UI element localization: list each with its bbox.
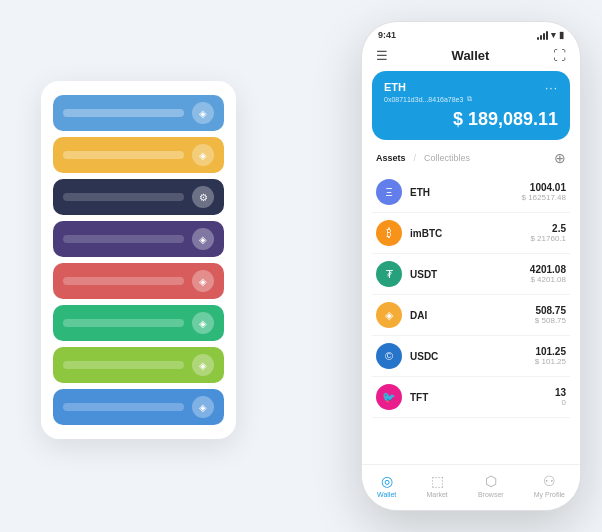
eth-card-address: 0x08711d3d...8416a78e3 ⧉ (384, 95, 558, 103)
status-bar: 9:41 ▾ ▮ (362, 22, 580, 44)
signal-icon (537, 30, 548, 40)
stack-card-icon-1: ◈ (192, 144, 214, 166)
asset-name-tft: TFT (410, 392, 555, 403)
asset-amount-usd: $ 162517.48 (522, 193, 567, 202)
asset-item-usdc[interactable]: © USDC 101.25 $ 101.25 (372, 336, 570, 377)
browser-nav-label: Browser (478, 491, 504, 498)
scene: ◈ ◈ ⚙ ◈ ◈ ◈ ◈ ◈ 9:41 (21, 21, 581, 511)
phone-header: ☰ Wallet ⛶ (362, 44, 580, 71)
status-time: 9:41 (378, 30, 396, 40)
browser-nav-icon: ⬡ (485, 473, 497, 489)
stack-card-4[interactable]: ◈ (53, 263, 224, 299)
nav-market[interactable]: ⬚ Market (426, 473, 447, 498)
stack-card-3[interactable]: ◈ (53, 221, 224, 257)
stack-card-0[interactable]: ◈ (53, 95, 224, 131)
wifi-icon: ▾ (551, 30, 556, 40)
asset-amounts-imbtc: 2.5 $ 21760.1 (530, 223, 566, 243)
assets-header: Assets / Collectibles ⊕ (362, 148, 580, 172)
asset-amount-usd: $ 101.25 (535, 357, 566, 366)
stack-card-5[interactable]: ◈ (53, 305, 224, 341)
phone-mockup: 9:41 ▾ ▮ ☰ Wallet ⛶ ··· ETH 0x08711d3d..… (361, 21, 581, 511)
asset-item-dai[interactable]: ◈ DAI 508.75 $ 508.75 (372, 295, 570, 336)
tab-collectibles[interactable]: Collectibles (424, 153, 470, 163)
page-title: Wallet (452, 48, 490, 63)
eth-card-menu[interactable]: ··· (545, 81, 558, 95)
asset-amount-main: 101.25 (535, 346, 566, 357)
stack-card-icon-0: ◈ (192, 102, 214, 124)
asset-icon-tft: 🐦 (376, 384, 402, 410)
asset-icon-usdt: ₮ (376, 261, 402, 287)
asset-amount-usd: 0 (555, 398, 566, 407)
menu-icon[interactable]: ☰ (376, 48, 388, 63)
tab-assets[interactable]: Assets (376, 153, 406, 163)
nav-profile[interactable]: ⚇ My Profile (534, 473, 565, 498)
asset-name-dai: DAI (410, 310, 535, 321)
battery-icon: ▮ (559, 30, 564, 40)
asset-amount-usd: $ 508.75 (535, 316, 566, 325)
asset-amount-main: 508.75 (535, 305, 566, 316)
stack-card-2[interactable]: ⚙ (53, 179, 224, 215)
assets-tabs: Assets / Collectibles (376, 153, 470, 163)
asset-amount-main: 4201.08 (530, 264, 566, 275)
add-asset-button[interactable]: ⊕ (554, 150, 566, 166)
asset-item-eth[interactable]: Ξ ETH 1004.01 $ 162517.48 (372, 172, 570, 213)
asset-amount-main: 13 (555, 387, 566, 398)
eth-card[interactable]: ··· ETH 0x08711d3d...8416a78e3 ⧉ $ 189,0… (372, 71, 570, 140)
asset-icon-eth: Ξ (376, 179, 402, 205)
stack-card-icon-2: ⚙ (192, 186, 214, 208)
asset-list: Ξ ETH 1004.01 $ 162517.48 ₿ imBTC 2.5 $ … (362, 172, 580, 464)
asset-icon-dai: ◈ (376, 302, 402, 328)
asset-name-eth: ETH (410, 187, 522, 198)
asset-amounts-dai: 508.75 $ 508.75 (535, 305, 566, 325)
status-icons: ▾ ▮ (537, 30, 564, 40)
asset-name-usdt: USDT (410, 269, 530, 280)
card-stack: ◈ ◈ ⚙ ◈ ◈ ◈ ◈ ◈ (41, 81, 236, 439)
asset-name-imbtc: imBTC (410, 228, 530, 239)
asset-item-imbtc[interactable]: ₿ imBTC 2.5 $ 21760.1 (372, 213, 570, 254)
wallet-nav-icon: ◎ (381, 473, 393, 489)
asset-amounts-tft: 13 0 (555, 387, 566, 407)
asset-amount-main: 1004.01 (522, 182, 567, 193)
wallet-nav-label: Wallet (377, 491, 396, 498)
asset-item-usdt[interactable]: ₮ USDT 4201.08 $ 4201.08 (372, 254, 570, 295)
asset-amounts-eth: 1004.01 $ 162517.48 (522, 182, 567, 202)
stack-card-icon-4: ◈ (192, 270, 214, 292)
asset-amount-main: 2.5 (530, 223, 566, 234)
asset-amounts-usdc: 101.25 $ 101.25 (535, 346, 566, 366)
asset-amount-usd: $ 4201.08 (530, 275, 566, 284)
eth-card-currency: ETH (384, 81, 558, 93)
stack-card-icon-5: ◈ (192, 312, 214, 334)
nav-browser[interactable]: ⬡ Browser (478, 473, 504, 498)
profile-nav-label: My Profile (534, 491, 565, 498)
stack-card-6[interactable]: ◈ (53, 347, 224, 383)
asset-amounts-usdt: 4201.08 $ 4201.08 (530, 264, 566, 284)
asset-icon-usdc: © (376, 343, 402, 369)
market-nav-icon: ⬚ (431, 473, 444, 489)
tab-divider: / (414, 153, 417, 163)
asset-amount-usd: $ 21760.1 (530, 234, 566, 243)
market-nav-label: Market (426, 491, 447, 498)
asset-name-usdc: USDC (410, 351, 535, 362)
expand-icon[interactable]: ⛶ (553, 48, 566, 63)
stack-card-icon-3: ◈ (192, 228, 214, 250)
asset-icon-imbtc: ₿ (376, 220, 402, 246)
profile-nav-icon: ⚇ (543, 473, 556, 489)
asset-item-tft[interactable]: 🐦 TFT 13 0 (372, 377, 570, 418)
eth-card-balance: $ 189,089.11 (384, 109, 558, 130)
stack-card-icon-7: ◈ (192, 396, 214, 418)
nav-wallet[interactable]: ◎ Wallet (377, 473, 396, 498)
stack-card-1[interactable]: ◈ (53, 137, 224, 173)
bottom-nav: ◎ Wallet ⬚ Market ⬡ Browser ⚇ My Profile (362, 464, 580, 510)
stack-card-7[interactable]: ◈ (53, 389, 224, 425)
stack-card-icon-6: ◈ (192, 354, 214, 376)
